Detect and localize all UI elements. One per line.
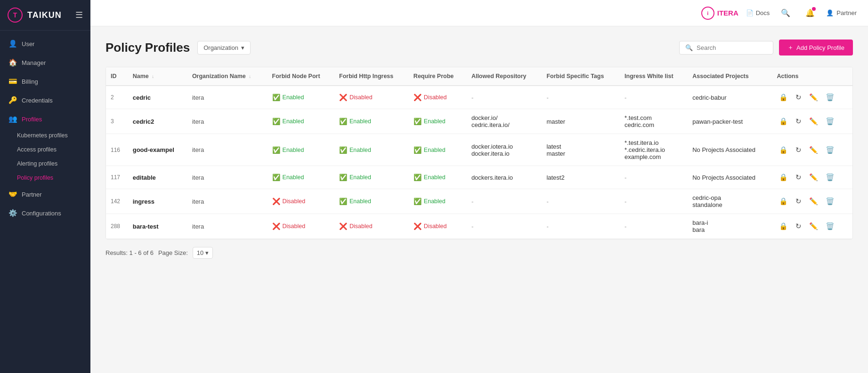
status-badge: ✅ Enabled [272,94,304,101]
org-select-label: Organization [203,44,238,51]
sidebar-item-billing[interactable]: 💳 Billing [0,72,90,91]
person-icon: 👤 [826,9,834,16]
x-circle-icon: ❌ [339,222,347,230]
sidebar-item-credentials[interactable]: 🔑 Credentials [0,91,90,110]
col-name[interactable]: Name ↓ [128,67,187,86]
cell-allowed-repository: - [467,189,542,214]
lock-button[interactable]: 🔒 [777,220,790,232]
cell-org: itera [187,214,268,239]
add-policy-profile-button[interactable]: ＋ Add Policy Profile [779,40,853,56]
delete-button[interactable]: 🗑️ [824,91,836,103]
sidebar-header: T TAIKUN ☰ [0,0,90,31]
cell-associated-projects: No Projects Associated [688,134,772,166]
delete-button[interactable]: 🗑️ [824,220,836,232]
col-forbid-http-ingress: Forbid Http Ingress [334,67,409,86]
cell-actions: 🔒 ↻ ✏️ 🗑️ [772,166,852,189]
edit-button[interactable]: ✏️ [807,171,820,183]
itera-logo: i [701,7,714,20]
alerting-profiles-label: Alerting profiles [17,160,57,167]
status-badge: ❌ Disabled [272,222,306,230]
delete-button[interactable]: 🗑️ [824,171,836,183]
edit-button[interactable]: ✏️ [807,115,820,127]
page-size-select[interactable]: 10 ▾ [193,247,213,259]
partner-label: Partner [836,9,857,16]
refresh-button[interactable]: ↻ [794,195,803,207]
doc-icon: 📄 [746,9,754,16]
refresh-button[interactable]: ↻ [794,144,803,156]
x-circle-icon: ❌ [272,222,280,230]
sidebar-item-configurations[interactable]: ⚙️ Configurations [0,204,90,222]
check-circle-icon: ✅ [414,198,422,205]
refresh-button[interactable]: ↻ [794,171,803,183]
check-circle-icon: ✅ [272,94,280,101]
lock-button[interactable]: 🔒 [777,115,790,127]
x-circle-icon: ❌ [414,94,422,101]
sidebar-item-user[interactable]: 👤 User [0,34,90,53]
sidebar-sub-access-profiles[interactable]: Access profiles [0,143,90,157]
table-row: 2 cedric itera ✅ Enabled ❌ Disabled ❌ Di… [106,86,852,109]
table-row: 116 good-exampel itera ✅ Enabled ✅ Enabl… [106,134,852,166]
sidebar-sub-policy-profiles[interactable]: Policy profiles [0,171,90,185]
lock-button[interactable]: 🔒 [777,195,790,207]
delete-button[interactable]: 🗑️ [824,144,836,156]
delete-button[interactable]: 🗑️ [824,115,836,127]
edit-button[interactable]: ✏️ [807,144,820,156]
cell-actions: 🔒 ↻ ✏️ 🗑️ [772,86,852,109]
sidebar-item-partner-label: Partner [22,191,42,198]
cell-allowed-repository: docker.io/cedric.itera.io/ [467,109,542,134]
delete-button[interactable]: 🗑️ [824,195,836,207]
sidebar-sub-kubernetes-profiles[interactable]: Kubernetes profiles [0,128,90,143]
sidebar-item-partner[interactable]: 🤝 Partner [0,185,90,204]
cell-id: 142 [106,189,128,214]
sidebar-sub-alerting-profiles[interactable]: Alerting profiles [0,157,90,171]
partner-menu[interactable]: 👤 Partner [826,9,857,16]
sidebar-item-profiles[interactable]: 👥 Profiles [0,110,90,128]
access-profiles-label: Access profiles [17,146,57,153]
cell-forbid-specific-tags: latestmaster [542,134,620,166]
actions-group: 🔒 ↻ ✏️ 🗑️ [777,144,848,156]
topbar: i ITERA 📄 Docs 🔍 🔔 👤 Partner [90,0,868,26]
edit-button[interactable]: ✏️ [807,195,820,207]
cell-id: 116 [106,134,128,166]
check-circle-icon: ✅ [272,174,280,181]
x-circle-icon: ❌ [272,198,280,205]
col-id: ID [106,67,128,86]
table-row: 142 ingress itera ❌ Disabled ✅ Enabled ✅… [106,189,852,214]
credentials-icon: 🔑 [8,96,17,104]
status-badge: ❌ Disabled [339,222,373,230]
cell-forbid-http-ingress: ✅ Enabled [334,134,409,166]
cell-associated-projects: cedric-opastandalone [688,189,772,214]
lock-button[interactable]: 🔒 [777,171,790,183]
docs-button[interactable]: 📄 Docs [746,9,770,16]
refresh-button[interactable]: ↻ [794,91,803,103]
cell-actions: 🔒 ↻ ✏️ 🗑️ [772,214,852,239]
lock-button[interactable]: 🔒 [777,91,790,103]
lock-button[interactable]: 🔒 [777,144,790,156]
cell-name: editable [128,166,187,189]
organization-select[interactable]: Organization ▾ [197,41,251,55]
refresh-button[interactable]: ↻ [794,220,803,232]
edit-button[interactable]: ✏️ [807,220,820,232]
actions-group: 🔒 ↻ ✏️ 🗑️ [777,171,848,183]
cell-forbid-specific-tags: - [542,86,620,109]
status-badge: ❌ Disabled [414,94,447,101]
edit-button[interactable]: ✏️ [807,91,820,103]
refresh-button[interactable]: ↻ [794,115,803,127]
search-box[interactable]: 🔍 [679,41,773,55]
cell-associated-projects: No Projects Associated [688,166,772,189]
hamburger-icon[interactable]: ☰ [75,10,83,20]
cell-forbid-http-ingress: ✅ Enabled [334,189,409,214]
page-content: Policy Profiles Organization ▾ 🔍 ＋ Add P… [90,26,868,373]
cell-forbid-http-ingress: ✅ Enabled [334,166,409,189]
col-org-name[interactable]: Organization Name ↓ [187,67,268,86]
search-input[interactable] [697,44,767,51]
notifications-button[interactable]: 🔔 [802,5,819,22]
policy-profiles-table: ID Name ↓ Organization Name ↓ Forbid Nod… [105,67,853,239]
sidebar-item-manager[interactable]: 🏠 Manager [0,53,90,72]
cell-id: 3 [106,109,128,134]
sidebar-item-billing-label: Billing [22,78,38,85]
search-topbar-button[interactable]: 🔍 [777,5,794,22]
cell-actions: 🔒 ↻ ✏️ 🗑️ [772,189,852,214]
cell-require-probe: ✅ Enabled [409,109,467,134]
cell-associated-projects: cedric-babur [688,86,772,109]
